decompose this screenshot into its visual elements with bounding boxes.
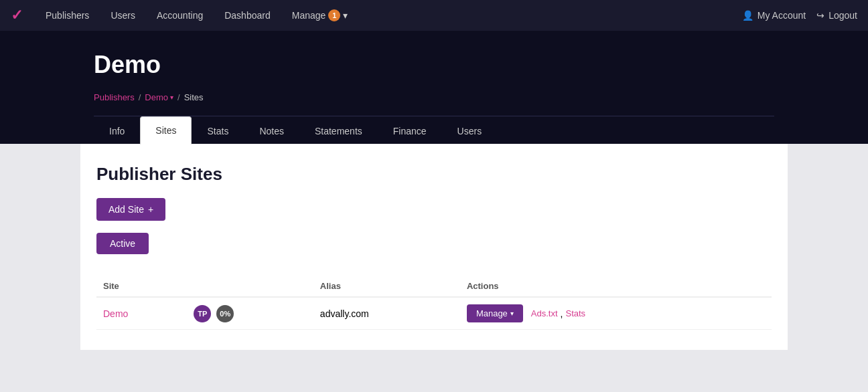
stats-link[interactable]: Stats <box>566 308 586 318</box>
nav-manage[interactable]: Manage 1 ▾ <box>283 0 358 31</box>
breadcrumb-publishers[interactable]: Publishers <box>94 92 135 102</box>
tab-sites[interactable]: Sites <box>140 116 192 144</box>
site-link[interactable]: Demo <box>103 308 128 319</box>
tab-finance[interactable]: Finance <box>378 117 442 144</box>
tab-users[interactable]: Users <box>442 117 498 144</box>
tp-badge: TP <box>194 305 211 322</box>
breadcrumb-sep-2: / <box>177 92 180 102</box>
content-area: Publisher Sites Add Site + Active Site A… <box>80 144 788 350</box>
navbar-right: 👤 My Account ↪ Logout <box>742 10 857 21</box>
nav-users[interactable]: Users <box>101 0 145 31</box>
manage-badge: 1 <box>328 9 340 21</box>
plus-icon: + <box>148 204 153 215</box>
actions-cell: Manage ▾ Ads.txt , Stats <box>460 297 772 330</box>
add-site-label: Add Site <box>108 204 144 215</box>
table-header-row: Site Alias Actions <box>96 276 772 297</box>
table-row: Demo TP 0% advally.com Manage ▾ A <box>96 297 772 330</box>
action-separator: , <box>561 308 563 319</box>
tab-info[interactable]: Info <box>94 117 140 144</box>
nav-accounting[interactable]: Accounting <box>147 0 212 31</box>
navbar: ✓ Publishers Users Accounting Dashboard … <box>0 0 868 31</box>
page-title: Demo <box>94 51 774 79</box>
active-filter-button[interactable]: Active <box>96 233 149 254</box>
chevron-down-icon: ▾ <box>510 310 514 317</box>
my-account-label: My Account <box>757 10 806 21</box>
tab-notes[interactable]: Notes <box>244 117 299 144</box>
breadcrumb-demo[interactable]: Demo ▾ <box>145 92 173 102</box>
nav-publishers[interactable]: Publishers <box>36 0 98 31</box>
nav-links: Publishers Users Accounting Dashboard Ma… <box>36 0 742 31</box>
nav-dashboard[interactable]: Dashboard <box>215 0 280 31</box>
content-title: Publisher Sites <box>96 164 772 185</box>
badges-cell: TP 0% <box>187 297 313 330</box>
filter-row: Active <box>96 233 772 265</box>
col-badges <box>187 276 313 297</box>
chevron-down-icon: ▾ <box>170 94 173 101</box>
logout-label: Logout <box>828 10 857 21</box>
user-icon: 👤 <box>742 10 753 21</box>
col-actions: Actions <box>460 276 772 297</box>
sites-table: Site Alias Actions Demo TP 0% advally.co… <box>96 276 772 330</box>
logout-link[interactable]: ↪ Logout <box>816 10 857 21</box>
tabs: Info Sites Stats Notes Statements Financ… <box>94 116 774 144</box>
tab-statements[interactable]: Statements <box>299 117 378 144</box>
alias-cell: advally.com <box>313 297 460 330</box>
ads-txt-link[interactable]: Ads.txt <box>531 308 558 318</box>
hero-section: Demo Publishers / Demo ▾ / Sites Info Si… <box>0 31 868 144</box>
my-account-link[interactable]: 👤 My Account <box>742 10 806 21</box>
breadcrumb-sep-1: / <box>139 92 141 102</box>
breadcrumb-demo-label: Demo <box>145 92 168 102</box>
breadcrumb: Publishers / Demo ▾ / Sites <box>94 92 774 102</box>
col-site: Site <box>96 276 187 297</box>
breadcrumb-current: Sites <box>184 92 204 102</box>
site-name-cell: Demo <box>96 297 187 330</box>
pct-badge: 0% <box>216 305 234 322</box>
manage-button[interactable]: Manage ▾ <box>467 304 523 322</box>
col-alias: Alias <box>313 276 460 297</box>
logout-icon: ↪ <box>816 10 824 21</box>
nav-manage-label: Manage <box>292 10 326 21</box>
chevron-down-icon: ▾ <box>343 10 348 21</box>
logo-icon: ✓ <box>11 7 23 24</box>
add-site-button[interactable]: Add Site + <box>96 198 165 221</box>
tab-stats[interactable]: Stats <box>192 117 244 144</box>
manage-label: Manage <box>476 308 508 318</box>
